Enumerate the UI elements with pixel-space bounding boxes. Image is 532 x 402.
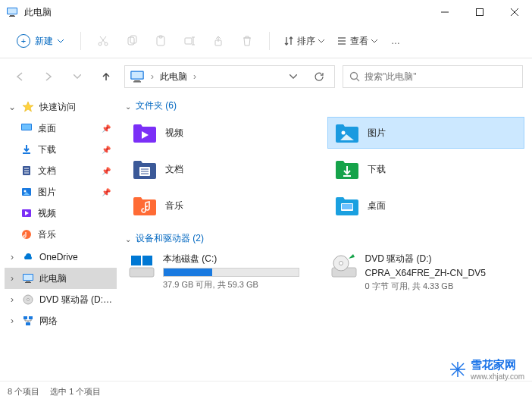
videos-icon xyxy=(20,206,33,220)
this-pc-icon xyxy=(6,6,18,18)
svg-line-29 xyxy=(357,79,360,82)
svg-rect-3 xyxy=(9,16,15,17)
view-button[interactable]: 查看 xyxy=(332,32,382,51)
folder-music[interactable]: 音乐 xyxy=(125,190,323,221)
rename-button[interactable] xyxy=(177,28,202,54)
svg-rect-58 xyxy=(142,256,152,265)
pin-icon: 📌 xyxy=(102,188,111,196)
group-label: 设备和驱动器 (2) xyxy=(136,232,204,245)
chevron-down-icon: ⌄ xyxy=(125,235,131,243)
sidebar-item-documents[interactable]: 文档 📌 xyxy=(5,160,117,181)
svg-rect-46 xyxy=(23,316,27,319)
this-pc-icon xyxy=(21,272,35,285)
sidebar-item-videos[interactable]: 视频 xyxy=(5,203,117,224)
sort-button[interactable]: 排序 xyxy=(279,32,329,51)
svg-point-39 xyxy=(22,230,31,239)
sidebar-onedrive[interactable]: › OneDrive xyxy=(5,247,117,268)
documents-folder-icon xyxy=(132,156,158,182)
chevron-down-icon xyxy=(58,39,64,43)
new-label: 新建 xyxy=(35,35,53,48)
paste-button[interactable] xyxy=(148,28,174,54)
sidebar-item-label: 快速访问 xyxy=(39,101,114,114)
folder-pictures[interactable]: 图片 xyxy=(327,117,525,149)
status-bar: 8 个项目 选中 1 个项目 xyxy=(0,381,532,402)
svg-rect-43 xyxy=(25,282,31,283)
sidebar-this-pc[interactable]: › 此电脑 xyxy=(5,268,117,289)
sidebar-item-downloads[interactable]: 下载 📌 xyxy=(5,139,117,160)
more-button[interactable]: … xyxy=(385,33,406,49)
group-header-drives[interactable]: ⌄ 设备和驱动器 (2) xyxy=(125,232,524,245)
recent-locations-button[interactable] xyxy=(67,66,88,87)
sidebar-item-label: 文档 xyxy=(38,165,97,177)
pictures-icon xyxy=(20,185,33,199)
sidebar-item-label: 桌面 xyxy=(38,122,97,135)
sidebar-item-desktop[interactable]: 桌面 📌 xyxy=(5,118,117,139)
cut-button[interactable] xyxy=(90,28,116,54)
back-button[interactable] xyxy=(9,66,30,87)
sort-label: 排序 xyxy=(297,35,315,48)
chevron-right-icon: › xyxy=(8,316,17,326)
sidebar-item-label: 下载 xyxy=(38,143,97,156)
sidebar-item-label: 视频 xyxy=(38,207,114,220)
forward-button[interactable] xyxy=(38,66,59,87)
sidebar-quick-access[interactable]: ⌄ 快速访问 xyxy=(5,96,117,118)
svg-rect-47 xyxy=(29,316,33,319)
svg-rect-31 xyxy=(22,124,31,130)
address-bar[interactable]: › 此电脑 › xyxy=(124,65,335,88)
downloads-icon xyxy=(20,143,33,156)
group-header-folders[interactable]: ⌄ 文件夹 (6) xyxy=(125,99,524,112)
cloud-icon xyxy=(21,250,35,264)
toolbar: + 新建 排序 查看 … xyxy=(0,24,532,58)
drive-dvd[interactable]: DVD 驱动器 (D:) CPRA_X64FRE_ZH-CN_DV5 0 字节 … xyxy=(327,250,525,295)
svg-rect-56 xyxy=(130,268,154,277)
drive-local-disk[interactable]: 本地磁盘 (C:) 37.9 GB 可用, 共 59.3 GB xyxy=(125,250,323,295)
drive-volume-label: CPRA_X64FRE_ZH-CN_DV5 xyxy=(365,268,522,278)
folder-videos[interactable]: 视频 xyxy=(125,117,323,149)
breadcrumb-location[interactable]: 此电脑 xyxy=(160,71,187,83)
refresh-button[interactable] xyxy=(308,66,330,87)
sidebar-item-label: 音乐 xyxy=(38,228,114,241)
view-icon xyxy=(336,36,347,46)
search-field[interactable] xyxy=(343,65,523,88)
svg-rect-27 xyxy=(133,81,141,82)
view-label: 查看 xyxy=(350,35,368,48)
svg-rect-55 xyxy=(342,204,352,209)
sidebar-dvd[interactable]: › DVD 驱动器 (D:) CP xyxy=(5,289,117,310)
copy-button[interactable] xyxy=(119,28,145,54)
sidebar-item-pictures[interactable]: 图片 📌 xyxy=(5,181,117,203)
address-dropdown-button[interactable] xyxy=(283,66,304,87)
svg-point-63 xyxy=(339,262,343,265)
folder-documents[interactable]: 文档 xyxy=(125,153,323,185)
watermark: 雪花家网 www.xhjaty.com xyxy=(449,358,524,381)
group-label: 文件夹 (6) xyxy=(136,99,177,112)
folder-downloads[interactable]: 下载 xyxy=(327,153,525,185)
folder-label: 下载 xyxy=(368,163,386,176)
minimize-button[interactable] xyxy=(427,0,462,24)
delete-button[interactable] xyxy=(234,28,260,54)
chevron-down-icon xyxy=(371,39,377,43)
svg-rect-16 xyxy=(185,38,192,44)
svg-rect-26 xyxy=(134,80,140,81)
search-input[interactable] xyxy=(365,71,516,82)
drive-name: DVD 驱动器 (D:) xyxy=(365,253,522,265)
watermark-url: www.xhjaty.com xyxy=(471,372,524,381)
share-button[interactable] xyxy=(205,28,231,54)
documents-icon xyxy=(20,164,33,177)
svg-rect-5 xyxy=(477,9,483,16)
sidebar-network[interactable]: › 网络 xyxy=(5,310,117,331)
new-button[interactable]: + 新建 xyxy=(9,31,71,51)
sidebar-item-music[interactable]: 音乐 xyxy=(5,224,117,245)
folder-label: 桌面 xyxy=(368,199,386,212)
pictures-folder-icon xyxy=(334,120,360,146)
videos-folder-icon xyxy=(132,120,158,146)
status-selection: 选中 1 个项目 xyxy=(50,386,101,397)
folder-desktop[interactable]: 桌面 xyxy=(327,190,525,221)
desktop-folder-icon xyxy=(334,193,360,218)
up-button[interactable] xyxy=(95,66,117,87)
maximize-button[interactable] xyxy=(462,0,497,24)
network-icon xyxy=(21,314,35,328)
close-button[interactable] xyxy=(497,0,532,24)
svg-line-10 xyxy=(101,36,106,43)
search-icon xyxy=(349,71,360,82)
plus-icon: + xyxy=(17,34,30,48)
